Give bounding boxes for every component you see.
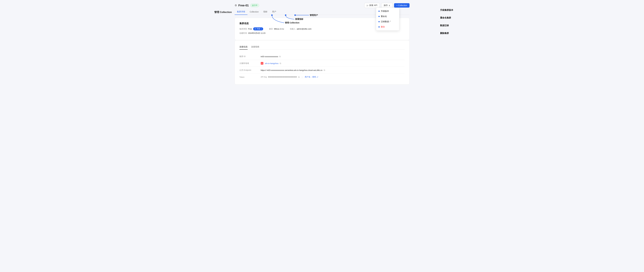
conn-val-region: ⟨-⟩ ali-cn-hangzhou ⧉ bbox=[261, 62, 281, 65]
compat-label: 兼容 bbox=[269, 28, 273, 30]
chevron-icon: ∨ bbox=[261, 28, 262, 30]
copy-icon-token[interactable]: ⧉ bbox=[298, 76, 300, 78]
annotation-migrate: 数据迁移 bbox=[440, 23, 453, 28]
status-badge: 运行中 bbox=[250, 4, 259, 7]
conn-row-id: 集群 ID in03-xxxxxxxxxxxxxx ⧉ bbox=[240, 53, 405, 60]
copy-icon-id[interactable]: ⧉ bbox=[279, 55, 281, 58]
created-value: 2024年9月4日 11:23 bbox=[248, 32, 266, 34]
info-item-creator: 创建人 admin@zilliz.com bbox=[290, 28, 312, 30]
explore-api-button[interactable]: ▷ 探索 API bbox=[364, 3, 380, 8]
type-value: Free bbox=[248, 28, 252, 30]
conn-tab-info[interactable]: 连接信息 bbox=[240, 44, 248, 50]
dropdown-item-upgrade[interactable]: 升级版本 bbox=[376, 8, 399, 14]
creator-label: 创建人 bbox=[290, 28, 296, 30]
separator: | bbox=[302, 76, 302, 78]
chevron-down-icon: ∨ bbox=[389, 4, 390, 6]
tab-collection[interactable]: Collection bbox=[248, 9, 261, 15]
dot-icon bbox=[378, 26, 380, 27]
header-bar: ⚙ Free-01 运行中 ▷ 探索 API 操作 ∨ + Collection bbox=[235, 3, 410, 8]
operate-dropdown: 升级版本 重命名 迁移数据↗ 删除 bbox=[376, 7, 399, 30]
creator-value: admin@zilliz.com bbox=[297, 28, 312, 30]
info-row-created: 创建时间 2024年9月4日 11:23 bbox=[240, 32, 405, 34]
play-icon: ▷ bbox=[367, 4, 368, 6]
dot-icon bbox=[378, 16, 380, 17]
tab-metrics[interactable]: 指标 bbox=[261, 9, 270, 15]
api-key-dots: •••••••••••••••••••••••••• bbox=[268, 76, 297, 78]
conn-key-token: Token bbox=[240, 76, 258, 78]
conn-row-token: Token API Key ••••••••••••••••••••••••••… bbox=[240, 74, 405, 80]
left-annotation: 管理 Collection bbox=[214, 10, 232, 14]
cluster-name: Free-01 bbox=[238, 4, 249, 7]
info-item-compat: 兼容 Milvus 2.4.x bbox=[269, 28, 284, 30]
conn-row-region: 云服务地域 ⟨-⟩ ali-cn-hangzhou ⧉ bbox=[240, 60, 405, 67]
connection-tabs: 连接信息 连接指南 bbox=[240, 44, 405, 50]
conn-key-endpoint: 公共 Endpoint bbox=[240, 69, 258, 71]
conn-tab-guide[interactable]: 连接指南 bbox=[251, 44, 259, 50]
copy-icon-endpoint[interactable]: ⧉ bbox=[324, 69, 325, 71]
region-brand-icon: ⟨-⟩ bbox=[261, 62, 263, 65]
dropdown-item-migrate[interactable]: 迁移数据↗ bbox=[376, 19, 399, 24]
api-key-label: API Key bbox=[261, 76, 267, 78]
external-link-icon: ↗ bbox=[317, 76, 318, 78]
add-collection-button[interactable]: + Collection bbox=[394, 3, 410, 7]
cluster-icon: ⚙ bbox=[235, 4, 237, 7]
conn-key-region: 云服务地域 bbox=[240, 62, 258, 65]
conn-row-endpoint: 公共 Endpoint https:// in03-xxxxxxxxxxxxxx… bbox=[240, 67, 405, 74]
compat-value: Milvus 2.4.x bbox=[274, 28, 284, 30]
header-actions: ▷ 探索 API 操作 ∨ + Collection bbox=[364, 3, 409, 8]
conn-val-id: in03-xxxxxxxxxxxxxx ⧉ bbox=[261, 55, 281, 58]
operate-button[interactable]: 操作 ∨ bbox=[381, 3, 392, 8]
dot-icon bbox=[378, 21, 380, 22]
dot-icon bbox=[378, 11, 380, 12]
conn-key-id: 集群 ID bbox=[240, 55, 258, 58]
annotation-rename: 重命名集群 bbox=[440, 15, 453, 20]
type-label: 集群类型 bbox=[240, 28, 247, 30]
info-item-created: 创建时间 2024年9月4日 11:23 bbox=[240, 32, 266, 34]
copy-icon-region[interactable]: ⧉ bbox=[280, 62, 281, 65]
conn-val-token: API Key •••••••••••••••••••••••••• ⧉ | 用… bbox=[261, 76, 318, 78]
annotation-upgrade: 升级集群版本 bbox=[440, 7, 453, 12]
annotation-delete: 删除集群 bbox=[440, 31, 453, 35]
cluster-title: ⚙ Free-01 运行中 bbox=[235, 4, 259, 7]
tab-users[interactable]: 用户 bbox=[270, 9, 278, 15]
conn-val-endpoint: https:// in03-xxxxxxxxxxxxxx.serverless.… bbox=[261, 69, 325, 71]
dropdown-item-rename[interactable]: 重命名 bbox=[376, 14, 399, 19]
connection-info-card: 连接信息 连接指南 集群 ID in03-xxxxxxxxxxxxxx ⧉ 云服… bbox=[235, 40, 410, 85]
username-password-link[interactable]: 用户名：密码 ↗ bbox=[305, 76, 318, 78]
upgrade-icon: ⟳ bbox=[254, 28, 256, 30]
dropdown-item-delete[interactable]: 删除 bbox=[376, 24, 399, 29]
tab-cluster-detail[interactable]: 集群详情 bbox=[235, 9, 248, 15]
created-label: 创建时间 bbox=[240, 32, 247, 34]
upgrade-button[interactable]: ⟳ 升级 ∨ bbox=[253, 27, 263, 30]
info-item-type: 集群类型 Free ⟳ 升级 ∨ bbox=[240, 27, 263, 30]
